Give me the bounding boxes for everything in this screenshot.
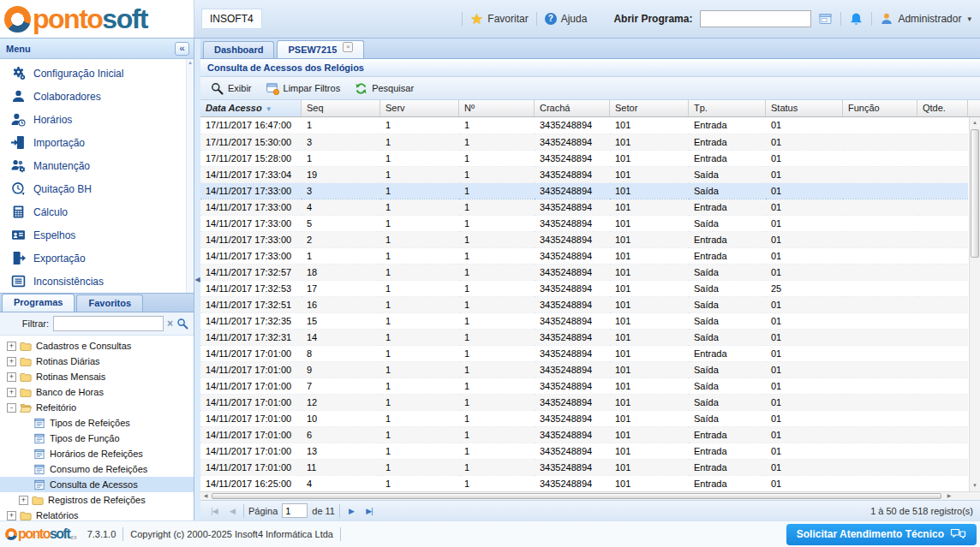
table-row[interactable]: 14/11/2017 17:32:5317113435248894101Saíd… [200, 280, 968, 296]
scroll-left-icon[interactable]: ◀ [200, 492, 211, 500]
table-row[interactable]: 14/11/2017 17:01:007113435248894101Saída… [200, 378, 968, 394]
tree-item-registros-de-refeicoes[interactable]: +Registros de Refeições [0, 492, 194, 508]
table-row[interactable]: 14/11/2017 17:33:005113435248894101Saída… [200, 215, 968, 231]
tree-expander-icon[interactable]: - [7, 403, 16, 413]
table-row[interactable]: 17/11/2017 16:47:001113435248894101Entra… [200, 117, 968, 134]
first-page-button[interactable]: |◀ [207, 504, 221, 518]
menu-item-espelhos[interactable]: Espelhos [0, 223, 194, 247]
menu-item-quitacao-bh[interactable]: Quitação BH [0, 177, 194, 200]
column-header-9[interactable]: Função [843, 100, 917, 116]
tree-item-banco-de-horas[interactable]: +Banco de Horas [0, 384, 194, 400]
menu-item-colaboradores[interactable]: Colaboradores [0, 85, 194, 108]
table-row[interactable]: 17/11/2017 15:28:001113435248894101Entra… [200, 150, 968, 166]
user-menu-button[interactable]: Administrador ▾ [880, 12, 971, 26]
page-number-input[interactable] [282, 503, 308, 518]
tree-expander-icon[interactable]: + [7, 342, 16, 351]
column-header-6[interactable]: Setor [610, 100, 689, 116]
filter-input[interactable] [53, 316, 164, 331]
column-header-10[interactable]: Qtde. [917, 100, 968, 116]
table-row[interactable]: 14/11/2017 17:01:008113435248894101Entra… [200, 345, 968, 361]
scroll-up-icon[interactable]: ▲ [970, 117, 980, 128]
table-row[interactable]: 14/11/2017 17:33:0419113435248894101Saíd… [200, 166, 968, 182]
column-header-3[interactable]: Serv [380, 100, 459, 116]
tab-dashboard[interactable]: Dashboard [203, 41, 274, 58]
column-header-7[interactable]: Tp. [689, 100, 766, 116]
last-page-button[interactable]: ▶| [362, 504, 376, 518]
help-button[interactable]: ? Ajuda [545, 13, 588, 25]
tree-item-horarios-de-refeicoes[interactable]: Horários de Refeições [0, 446, 194, 461]
tree-item-consumo-de-refeicoes[interactable]: Consumo de Refeições [0, 461, 194, 477]
clear-filter-icon[interactable]: × [164, 318, 176, 330]
tab-programas[interactable]: Programas [2, 294, 75, 312]
tree-item-refeitorio[interactable]: -Refeitório [0, 400, 194, 415]
table-row[interactable]: 14/11/2017 17:01:0010113435248894101Saíd… [200, 410, 968, 426]
vertical-scroll-thumb[interactable] [971, 129, 979, 258]
limpar-filtros-button[interactable]: Limpar Filtros [260, 80, 347, 98]
next-page-button[interactable]: ▶ [344, 504, 358, 518]
tree-item-consulta-de-acessos[interactable]: Consulta de Acessos [0, 477, 194, 492]
table-row[interactable]: 14/11/2017 17:32:5116113435248894101Saíd… [200, 296, 968, 312]
table-row[interactable]: 17/11/2017 15:30:003113435248894101Entra… [200, 134, 968, 150]
column-header-1[interactable]: Data Acesso▼ [200, 100, 302, 116]
table-row[interactable]: 14/11/2017 17:33:001113435248894101Entra… [200, 247, 968, 264]
column-header-label: Função [848, 103, 880, 113]
horizontal-scrollbar[interactable]: ◀ ▶ [200, 491, 980, 500]
prev-page-button[interactable]: ◀ [225, 504, 239, 518]
menu-item-configuracao-inicial[interactable]: Configuração Inicial [0, 62, 194, 85]
filter-search-button[interactable] [176, 318, 188, 330]
menu-item-inconsistencias[interactable]: Inconsistências [0, 270, 194, 293]
table-row[interactable]: 14/11/2017 17:32:5718113435248894101Saíd… [200, 264, 968, 280]
menu-item-horarios[interactable]: Horários [0, 108, 194, 131]
vertical-scrollbar[interactable]: ▲ ▼ [969, 117, 980, 491]
tab-psew7215[interactable]: PSEW7215× [277, 40, 364, 58]
tree-item-tipos-de-refeicoes[interactable]: Tipos de Refeições [0, 415, 194, 431]
menu-item-manutencao[interactable]: Manutenção [0, 154, 194, 177]
horizontal-scroll-thumb[interactable] [212, 493, 941, 499]
table-row[interactable]: 14/11/2017 17:33:004113435248894101Entra… [200, 199, 968, 215]
table-row[interactable]: 14/11/2017 17:32:3114113435248894101Saíd… [200, 329, 968, 345]
table-row[interactable]: 14/11/2017 17:01:0012113435248894101Saíd… [200, 394, 968, 410]
exibir-button[interactable]: Exibir [205, 80, 258, 98]
column-header-5[interactable]: Crachá [535, 100, 610, 116]
menu-item-importacao[interactable]: Importação [0, 131, 194, 154]
column-header-4[interactable]: Nº [459, 100, 535, 116]
tree-expander-icon[interactable]: + [7, 511, 16, 520]
table-row[interactable]: 14/11/2017 17:01:009113435248894101Saída… [200, 361, 968, 378]
favorite-button[interactable]: ★ Favoritar [470, 12, 529, 27]
tab-favoritos[interactable]: Favoritos [76, 294, 143, 312]
technical-support-button[interactable]: Solicitar Atendimento Técnico [786, 524, 977, 545]
tree-item-relatorios[interactable]: +Relatórios [0, 508, 194, 520]
table-row[interactable]: 14/11/2017 17:33:002113435248894101Entra… [200, 231, 968, 247]
scroll-down-icon[interactable]: ▼ [970, 480, 980, 491]
scroll-right-icon[interactable]: ▶ [944, 492, 954, 500]
column-header-2[interactable]: Seq [302, 100, 380, 116]
pesquisar-button[interactable]: Pesquisar [349, 80, 420, 98]
close-icon[interactable]: × [343, 42, 353, 52]
table-row[interactable]: 14/11/2017 17:01:0011113435248894101Entr… [200, 459, 968, 475]
tree-expander-icon[interactable]: + [7, 388, 16, 397]
tree-item-rotinas-mensais[interactable]: +Rotinas Mensais [0, 369, 194, 384]
column-header-8[interactable]: Status [766, 100, 843, 116]
table-row[interactable]: 14/11/2017 17:01:0013113435248894101Entr… [200, 443, 968, 459]
tree-item-tipos-de-funcao[interactable]: Tipos de Função [0, 431, 194, 446]
table-row[interactable]: 14/11/2017 17:33:003113435248894101Saída… [200, 182, 968, 199]
menu-scrollbar[interactable]: ▲ [186, 59, 194, 293]
tree-expander-icon[interactable]: + [19, 496, 28, 505]
program-lookup-button[interactable] [819, 13, 833, 26]
collapse-menu-button[interactable]: « [175, 42, 189, 56]
tree-item-cadastros-e-consultas[interactable]: +Cadastros e Consultas [0, 338, 194, 354]
table-row[interactable]: 14/11/2017 17:01:006113435248894101Entra… [200, 426, 968, 443]
table-row[interactable]: 14/11/2017 16:25:004113435248894101Entra… [200, 475, 968, 491]
tree-expander-icon[interactable]: + [7, 372, 16, 382]
tree-item-rotinas-diarias[interactable]: +Rotinas Diárias [0, 354, 194, 369]
table-cell: 3435248894 [535, 459, 610, 475]
tree-expander-icon[interactable]: + [7, 357, 16, 366]
menu-item-exportacao[interactable]: Exportação [0, 247, 194, 270]
table-cell: 101 [610, 296, 689, 312]
notifications-button[interactable] [849, 12, 863, 27]
sidebar-splitter[interactable]: ◀ [194, 39, 200, 520]
table-row[interactable]: 14/11/2017 17:32:3515113435248894101Saíd… [200, 312, 968, 329]
sidebar: Menu « ▲ Configuração InicialColaborador… [0, 39, 194, 520]
menu-item-calculo[interactable]: Cálculo [0, 200, 194, 223]
open-program-input[interactable] [700, 10, 811, 27]
